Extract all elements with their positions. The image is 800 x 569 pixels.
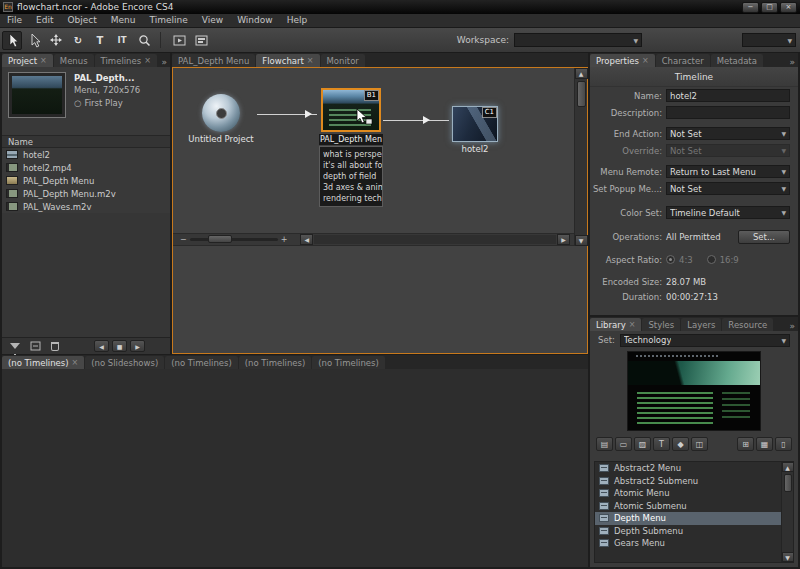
flowchart-node-timeline[interactable]: C1 hotel2 bbox=[451, 106, 499, 154]
color-set-dropdown[interactable]: Timeline Default ▼ bbox=[666, 206, 790, 219]
menu-object[interactable]: Object bbox=[61, 14, 104, 27]
stop-button[interactable]: ■ bbox=[112, 340, 127, 352]
new-item-icon[interactable] bbox=[28, 340, 42, 352]
zoom-tool-icon[interactable] bbox=[134, 31, 154, 50]
panel-menu-icon[interactable]: » bbox=[158, 57, 170, 67]
menu-timeline[interactable]: Timeline bbox=[143, 14, 195, 27]
scroll-down-icon[interactable]: ▼ bbox=[575, 235, 588, 246]
minimize-button[interactable]: − bbox=[742, 2, 759, 13]
vertical-text-tool-icon[interactable]: IT bbox=[112, 31, 132, 50]
preview-icon[interactable] bbox=[169, 31, 189, 50]
zoom-out-icon[interactable]: − bbox=[177, 235, 190, 244]
buttons-filter-icon[interactable]: ▭ bbox=[615, 437, 632, 451]
tab-resource[interactable]: Resource bbox=[722, 318, 773, 331]
menu-view[interactable]: View bbox=[195, 14, 230, 27]
close-icon[interactable]: × bbox=[307, 57, 314, 65]
menus-filter-icon[interactable]: ▤ bbox=[596, 437, 613, 451]
menu-remote-dropdown[interactable]: Return to Last Menu ▼ bbox=[666, 165, 790, 178]
set-dropdown[interactable]: Technology ▼ bbox=[620, 334, 790, 347]
close-icon[interactable]: × bbox=[72, 359, 79, 367]
flowchart-node-menu[interactable]: B1 PAL_Depth Men what is persped it's al… bbox=[319, 88, 383, 207]
library-item-gears-menu[interactable]: Gears Menu bbox=[595, 537, 781, 550]
flowchart-canvas[interactable]: Untitled Project B1 PAL_Depth Men what i… bbox=[173, 68, 574, 233]
tab-monitor[interactable]: Monitor bbox=[321, 54, 365, 67]
toolbar-right-dropdown[interactable]: ▼ bbox=[742, 33, 796, 47]
scroll-up-icon[interactable]: ▲ bbox=[575, 68, 588, 79]
build-icon[interactable] bbox=[191, 31, 211, 50]
tab-menus[interactable]: Menus bbox=[54, 54, 94, 67]
zoom-slider-thumb[interactable] bbox=[208, 235, 232, 243]
delete-item-icon[interactable]: ▯ bbox=[775, 437, 792, 451]
tab-styles[interactable]: Styles bbox=[642, 318, 680, 331]
close-icon[interactable]: × bbox=[629, 321, 636, 329]
tab-no-timelines-2[interactable]: (no Timelines) bbox=[165, 356, 238, 369]
shapes-filter-icon[interactable]: ◆ bbox=[672, 437, 689, 451]
operations-set-button[interactable]: Set... bbox=[738, 230, 790, 244]
menu-menu[interactable]: Menu bbox=[104, 14, 143, 27]
set-popup-menu-dropdown[interactable]: Not Set ▼ bbox=[666, 182, 790, 195]
tab-project[interactable]: Project × bbox=[2, 54, 53, 67]
project-item-pal-depth-menu-m2v[interactable]: PAL_Depth Menu.m2v bbox=[2, 187, 170, 200]
tab-timelines[interactable]: Timelines × bbox=[95, 54, 157, 67]
menu-edit[interactable]: Edit bbox=[29, 14, 60, 27]
direct-select-tool-icon[interactable] bbox=[24, 31, 44, 50]
panel-menu-icon[interactable]: » bbox=[786, 321, 798, 331]
text-tool-icon[interactable]: T bbox=[90, 31, 110, 50]
description-field[interactable] bbox=[666, 106, 790, 119]
menu-help[interactable]: Help bbox=[280, 14, 315, 27]
library-item-atomic-menu[interactable]: Atomic Menu bbox=[595, 487, 781, 500]
filter-icon[interactable] bbox=[8, 340, 22, 352]
tab-flowchart[interactable]: Flowchart × bbox=[256, 54, 319, 67]
tab-no-timelines-3[interactable]: (no Timelines) bbox=[239, 356, 312, 369]
menu-window[interactable]: Window bbox=[230, 14, 280, 27]
project-item-pal-waves-m2v[interactable]: PAL_Waves.m2v bbox=[2, 200, 170, 213]
tab-no-timelines-1[interactable]: (no Timelines) × bbox=[2, 356, 84, 369]
project-item-pal-depth-menu[interactable]: PAL_Depth Menu bbox=[2, 174, 170, 187]
selection-tool-icon[interactable] bbox=[2, 31, 22, 50]
tab-pal-depth-menu[interactable]: PAL_Depth Menu bbox=[172, 54, 255, 67]
flowchart-node-project[interactable]: Untitled Project bbox=[185, 94, 257, 144]
tab-no-timelines-4[interactable]: (no Timelines) bbox=[312, 356, 385, 369]
close-button[interactable]: × bbox=[780, 2, 797, 13]
library-item-abstract2-submenu[interactable]: Abstract2 Submenu bbox=[595, 475, 781, 488]
library-item-depth-submenu[interactable]: Depth Submenu bbox=[595, 525, 781, 538]
end-action-dropdown[interactable]: Not Set ▼ bbox=[666, 127, 790, 140]
previous-button[interactable]: ◀ bbox=[94, 340, 109, 352]
tab-library[interactable]: Library × bbox=[590, 318, 641, 331]
tab-no-slideshows[interactable]: (no Slideshows) bbox=[85, 356, 164, 369]
scroll-right-icon[interactable]: ▶ bbox=[557, 234, 570, 245]
library-scroll-thumb[interactable] bbox=[784, 474, 792, 492]
delete-icon[interactable] bbox=[48, 340, 62, 352]
name-field[interactable] bbox=[666, 89, 790, 102]
tab-metadata[interactable]: Metadata bbox=[711, 54, 763, 67]
zoom-slider[interactable] bbox=[190, 238, 278, 241]
maximize-button[interactable]: □ bbox=[761, 2, 778, 13]
scroll-left-icon[interactable]: ◀ bbox=[300, 234, 313, 245]
library-item-atomic-submenu[interactable]: Atomic Submenu bbox=[595, 500, 781, 513]
zoom-in-icon[interactable]: + bbox=[278, 235, 291, 244]
name-column-header[interactable]: Name bbox=[2, 135, 170, 148]
scroll-down-icon[interactable]: ▼ bbox=[782, 552, 794, 562]
rotate-tool-icon[interactable]: ↻ bbox=[68, 31, 88, 50]
next-button[interactable]: ▶ bbox=[130, 340, 145, 352]
close-icon[interactable]: × bbox=[40, 57, 47, 65]
images-filter-icon[interactable]: ▨ bbox=[634, 437, 651, 451]
place-item-icon[interactable]: ⊞ bbox=[737, 437, 754, 451]
replacement-layers-filter-icon[interactable]: ◫ bbox=[691, 437, 708, 451]
tab-character[interactable]: Character bbox=[656, 54, 710, 67]
move-tool-icon[interactable] bbox=[46, 31, 66, 50]
new-menu-icon[interactable]: ▦ bbox=[756, 437, 773, 451]
project-item-hotel2[interactable]: hotel2 bbox=[2, 148, 170, 161]
vertical-scroll-thumb[interactable] bbox=[577, 81, 586, 107]
library-item-abstract2-menu[interactable]: Abstract2 Menu bbox=[595, 462, 781, 475]
flowchart-orphans-area[interactable] bbox=[173, 246, 574, 353]
close-icon[interactable]: × bbox=[144, 57, 151, 65]
tab-properties[interactable]: Properties × bbox=[590, 54, 655, 67]
tab-layers[interactable]: Layers bbox=[681, 318, 721, 331]
close-icon[interactable]: × bbox=[642, 57, 649, 65]
horizontal-scroll-track[interactable] bbox=[314, 235, 556, 244]
project-item-hotel2-mp4[interactable]: hotel2.mp4 bbox=[2, 161, 170, 174]
scroll-up-icon[interactable]: ▲ bbox=[782, 462, 794, 472]
library-item-depth-menu[interactable]: Depth Menu bbox=[595, 512, 781, 525]
panel-menu-icon[interactable]: » bbox=[786, 57, 798, 67]
